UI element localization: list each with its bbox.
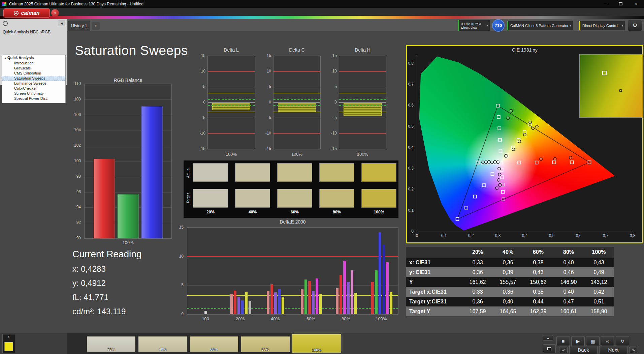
deltae-x-axis: 10020%40%60%80%100% [187, 316, 398, 322]
play-button[interactable]: ▶ [571, 336, 585, 346]
stop-button[interactable]: ■ [556, 336, 570, 346]
next-button[interactable]: Next [599, 346, 627, 354]
ref-line-green [339, 105, 386, 106]
ref-line-yellow [208, 112, 255, 112]
delta-xlabel: 100% [207, 152, 255, 157]
sidebar-item-grayscale[interactable]: Grayscale [2, 66, 65, 71]
refresh-icon: ↻ [620, 338, 624, 344]
pattern-thumb-20%[interactable]: 20% [87, 336, 136, 352]
table-cell: 161,62 [462, 277, 493, 287]
cie-ytick: 0,5 [403, 124, 414, 129]
link-button[interactable]: ∞ [601, 336, 614, 346]
table-cell: 0,36 [493, 287, 523, 297]
ytick: 10 [256, 69, 271, 73]
workflow-title: Quick Analysis NBC sRGB [3, 30, 51, 34]
actual-patch-40% [235, 163, 270, 182]
pattern-thumb-80%[interactable]: 80% [241, 336, 290, 352]
ytick: 10 [190, 69, 205, 73]
table-row-label: Y [406, 277, 462, 287]
cie-ytick: 0,2 [403, 187, 414, 191]
sidebar-item-cms-calibration[interactable]: CMS Calibration [2, 71, 65, 76]
minimize-button[interactable] [598, 0, 613, 8]
pattern-thumb-40%[interactable]: 40% [138, 336, 187, 352]
deltae-xlabel: 40% [262, 316, 289, 321]
gridline [273, 118, 320, 118]
patch-col-label: 100% [361, 210, 396, 214]
table-cell: 0,38 [523, 258, 553, 267]
pattern-thumb-100%[interactable]: 100% [292, 334, 341, 353]
ref-line-yellow [273, 93, 320, 93]
deltae-bar [282, 297, 284, 314]
chevron-down-icon: ▾ [570, 24, 571, 27]
ref-line-yellow [187, 295, 398, 296]
rgb-bar-blue [141, 106, 163, 238]
cie-ytick: 0,1 [403, 208, 414, 213]
tab-add-button[interactable]: + [92, 22, 100, 30]
reading-y: y: 0,4912 [72, 278, 106, 288]
deltae-bar [308, 281, 311, 314]
delta-bar [212, 102, 251, 110]
delta-chart-delta-h: Delta H151050-5-10-15100% [319, 47, 389, 160]
close-button[interactable]: × [629, 0, 644, 8]
sidebar-item-introduction[interactable]: Introduction [2, 61, 65, 66]
chart-title: Delta H [339, 47, 386, 53]
tab-history-1[interactable]: History 1 [68, 21, 90, 31]
ytick: 15 [321, 53, 337, 58]
save-icon: ▦ [590, 338, 595, 344]
sidebar-item-colorchecker[interactable]: ColorChecker [2, 86, 65, 91]
pattern-source-selector[interactable]: CalMAN Client 3 Pattern Generator ▾ [507, 21, 573, 30]
workflow-tree: ▾Quick Analysis IntroductionGrayscaleCMS… [2, 55, 66, 103]
ref-line-green [208, 99, 255, 100]
tray-button[interactable]: ▴ [543, 335, 553, 341]
pattern-thumb-60%[interactable]: 60% [189, 336, 238, 352]
tree-root-quick-analysis[interactable]: ▾Quick Analysis [2, 55, 65, 61]
pattern-swatch-box[interactable]: ▴ [2, 334, 15, 353]
skip-back-button[interactable]: « [559, 347, 568, 353]
ref-line-yellow [273, 112, 320, 112]
sidebar-item-saturation-sweeps[interactable]: Saturation Sweeps [2, 76, 65, 81]
table-cell: 0,36 [462, 267, 493, 277]
table-cell: 0,40 [553, 287, 584, 297]
table-row: Target Y167,59164,65162,39160,61158,90 [406, 306, 614, 316]
saturation-patches-panel: ActualTarget20%40%60%80%100% [184, 160, 398, 218]
meter-selector[interactable]: X-Rite i1Pro 3 Direct View ▾ [457, 20, 490, 31]
table-cell: 0,33 [462, 287, 493, 297]
table-row-label: Target Y [406, 306, 462, 316]
table-header-row: 20%40%60%80%100% [406, 247, 614, 258]
workflow-options-button[interactable] [3, 21, 8, 26]
maximize-button[interactable] [613, 0, 629, 8]
thumb-label: 80% [241, 347, 290, 351]
table-cell: 0,39 [493, 267, 523, 277]
deltae-bar [390, 292, 392, 314]
sidebar-item-screen-uniformity[interactable]: Screen Uniformity [2, 91, 65, 96]
de-ytick: 0 [170, 312, 184, 316]
deltae-bar [316, 278, 318, 314]
delta-plot [339, 56, 386, 149]
collapse-left-icon: ◀ [61, 22, 63, 25]
ytick: 0 [190, 100, 205, 105]
sidebar: ◀ Quick Analysis NBC sRGB ▾Quick Analysi… [0, 19, 67, 85]
sidebar-item-luminance-sweeps[interactable]: Luminance Sweeps [2, 81, 65, 86]
deltae-xlabel: 80% [332, 316, 359, 321]
skip-forward-button[interactable]: » [629, 347, 638, 353]
sidebar-collapse-button[interactable]: ◀ [58, 21, 65, 26]
cie-zoom-inset [579, 54, 643, 118]
ref-line-red [273, 71, 320, 72]
display-window-icon [547, 347, 551, 350]
display-control-selector[interactable]: Direct Display Control ▾ [579, 21, 625, 30]
display-window-button[interactable] [543, 344, 556, 353]
sidebar-item-spectral-power-dist-[interactable]: Spectral Power Dist. [2, 96, 65, 101]
back-button[interactable]: Back [569, 346, 598, 354]
refresh-button[interactable]: ↻ [616, 336, 629, 346]
rgb-ytick: 92 [67, 220, 81, 225]
settings-button[interactable]: ⚙ [628, 20, 642, 31]
logo-menu-button[interactable]: ▾ [51, 9, 59, 17]
display-name: Direct Display Control [582, 24, 618, 28]
save-button[interactable]: ▦ [586, 336, 600, 346]
ytick: -5 [190, 115, 205, 120]
de-ytick: 10 [170, 254, 184, 259]
patch-col-label: 60% [277, 210, 312, 214]
patch-size-badge[interactable]: 710 [492, 19, 505, 32]
chevron-down-icon: ▾ [486, 24, 488, 27]
table-cell: 0,33 [462, 258, 493, 267]
